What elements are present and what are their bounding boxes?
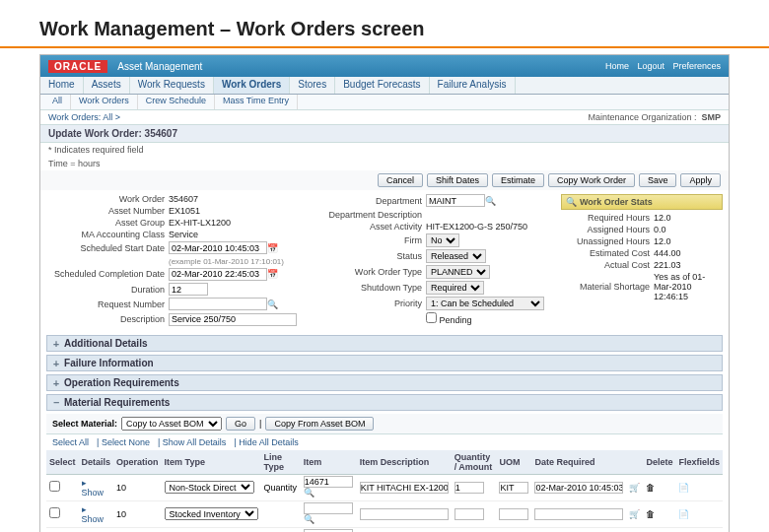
stats-header: 🔍Work Order Stats: [561, 194, 723, 210]
value-unasg-hours: 12.0: [654, 236, 671, 246]
apply-button[interactable]: Apply: [680, 173, 721, 187]
subtab-mass-time-entry[interactable]: Mass Time Entry: [215, 95, 298, 109]
main-tabs: Home Assets Work Requests Work Orders St…: [40, 77, 729, 95]
subtab-all[interactable]: All: [44, 95, 71, 109]
priority-select[interactable]: 1: Can be Scheduled: [426, 297, 544, 310]
section-operation-requirements[interactable]: +Operation Requirements: [46, 374, 723, 391]
search-icon[interactable]: 🔍: [304, 488, 315, 499]
status-select[interactable]: Released: [426, 249, 486, 263]
search-icon[interactable]: 🔍: [566, 197, 577, 207]
sched-end-input[interactable]: [169, 268, 267, 281]
row-item-input[interactable]: [304, 502, 353, 514]
row-uom-input[interactable]: [499, 482, 528, 494]
copy-work-order-button[interactable]: Copy Work Order: [548, 173, 635, 187]
tab-work-orders[interactable]: Work Orders: [214, 77, 290, 94]
col-line-type: Line Type: [261, 450, 301, 475]
sched-start-input[interactable]: [169, 241, 267, 254]
cart-icon[interactable]: 🛒: [629, 509, 640, 519]
section-material-requirements[interactable]: −Material Requirements: [46, 394, 723, 411]
row-select-checkbox[interactable]: [49, 507, 60, 518]
tab-budget-forecasts[interactable]: Budget Forecasts: [335, 77, 429, 94]
row-item-type-select[interactable]: Non-Stock Direct: [165, 481, 254, 494]
wo-type-select[interactable]: PLANNED: [426, 265, 490, 279]
flexfields-icon[interactable]: 📄: [678, 483, 689, 493]
row-uom-input[interactable]: [499, 508, 528, 520]
copy-from-asset-bom-button[interactable]: Copy From Asset BOM: [265, 417, 374, 431]
row-select-checkbox[interactable]: [49, 481, 60, 492]
col-details: Details: [79, 450, 114, 475]
form-col-mid: Department🔍 Department Description Asset…: [304, 194, 555, 328]
pending-checkbox[interactable]: [426, 312, 437, 323]
label-wo-type: Work Order Type: [304, 267, 422, 277]
link-show-all-details[interactable]: Show All Details: [163, 437, 227, 447]
row-item-input[interactable]: [304, 529, 353, 533]
row-qty-input[interactable]: [454, 508, 484, 520]
tab-assets[interactable]: Assets: [84, 77, 130, 94]
link-hide-all-details[interactable]: Hide All Details: [239, 437, 299, 447]
table-row: ▸ Show10Non-Stock DirectQuantity🔍🛒🗑📄: [46, 474, 723, 500]
go-button[interactable]: Go: [226, 417, 255, 431]
shift-dates-button[interactable]: Shift Dates: [427, 173, 488, 187]
row-item-type-select[interactable]: Stocked Inventory: [165, 507, 258, 520]
link-logout[interactable]: Logout: [637, 61, 664, 71]
app-name: Asset Management: [117, 61, 202, 72]
row-date-input[interactable]: [534, 482, 623, 494]
label-duration: Duration: [46, 285, 165, 295]
link-select-none[interactable]: Select None: [102, 437, 150, 447]
material-requirements: Select Material: Copy to Asset BOM Go | …: [46, 414, 723, 533]
col-date-required: Date Required: [531, 450, 626, 475]
link-home[interactable]: Home: [605, 61, 629, 71]
delete-icon[interactable]: 🗑: [646, 509, 655, 519]
tab-work-requests[interactable]: Work Requests: [130, 77, 214, 94]
label-est-cost: Estimated Cost: [561, 248, 650, 258]
save-button[interactable]: Save: [639, 173, 677, 187]
link-select-all[interactable]: Select All: [52, 437, 89, 447]
search-icon[interactable]: 🔍: [267, 299, 279, 311]
duration-input[interactable]: [169, 283, 208, 296]
search-icon[interactable]: 🔍: [485, 196, 497, 208]
row-desc-input[interactable]: [360, 482, 449, 494]
flexfields-icon[interactable]: 📄: [678, 509, 689, 519]
subtab-work-orders[interactable]: Work Orders: [71, 95, 138, 109]
label-mat-shortage: Material Shortage: [561, 282, 650, 292]
calendar-icon[interactable]: 📅: [267, 243, 279, 255]
search-icon[interactable]: 🔍: [304, 514, 315, 526]
col-operation: Operation: [113, 450, 162, 475]
row-details-link[interactable]: ▸ Show: [82, 478, 105, 498]
section-additional-details[interactable]: +Additional Details: [46, 335, 723, 352]
description-input[interactable]: [169, 313, 297, 326]
collapse-icon: −: [53, 397, 59, 408]
estimate-button[interactable]: Estimate: [492, 173, 544, 187]
row-date-input[interactable]: [534, 508, 623, 520]
breadcrumb[interactable]: Work Orders: All >: [48, 112, 120, 122]
expand-icon: +: [53, 358, 59, 368]
row-desc-input[interactable]: [360, 508, 449, 520]
firm-select[interactable]: No: [426, 233, 459, 247]
link-preferences[interactable]: Preferences: [672, 61, 721, 71]
label-dept-desc: Department Description: [304, 210, 422, 220]
tab-home[interactable]: Home: [40, 77, 84, 94]
calendar-icon[interactable]: 📅: [267, 269, 279, 281]
row-item-input[interactable]: [304, 476, 353, 488]
shutdown-select[interactable]: Required: [426, 281, 484, 295]
tab-failure-analysis[interactable]: Failure Analysis: [430, 77, 516, 94]
value-mat-shortage: Yes as of 01-Mar-2010 12:46:15: [654, 272, 723, 301]
cancel-button[interactable]: Cancel: [378, 173, 423, 187]
delete-icon[interactable]: 🗑: [646, 483, 655, 493]
tab-stores[interactable]: Stores: [290, 77, 335, 94]
value-ma-class: Service: [169, 230, 198, 239]
cart-icon[interactable]: 🛒: [629, 483, 640, 493]
row-details-link[interactable]: ▸ Show: [82, 504, 105, 524]
department-input[interactable]: [426, 194, 485, 207]
subtab-crew-schedule[interactable]: Crew Schedule: [138, 95, 215, 109]
copy-to-select[interactable]: Copy to Asset BOM: [121, 417, 222, 431]
section-failure-information[interactable]: +Failure Information: [46, 355, 723, 371]
maint-org: Maintenance Organization : SMP: [588, 112, 721, 122]
note-time: Time = hours: [40, 157, 729, 170]
req-number-input[interactable]: [169, 298, 267, 310]
expand-icon: +: [53, 377, 59, 388]
label-req-hours: Required Hours: [561, 213, 650, 223]
row-qty-input[interactable]: [454, 482, 484, 494]
col-uom: UOM: [496, 450, 531, 475]
material-toolbar: Select Material: Copy to Asset BOM Go | …: [46, 414, 723, 434]
